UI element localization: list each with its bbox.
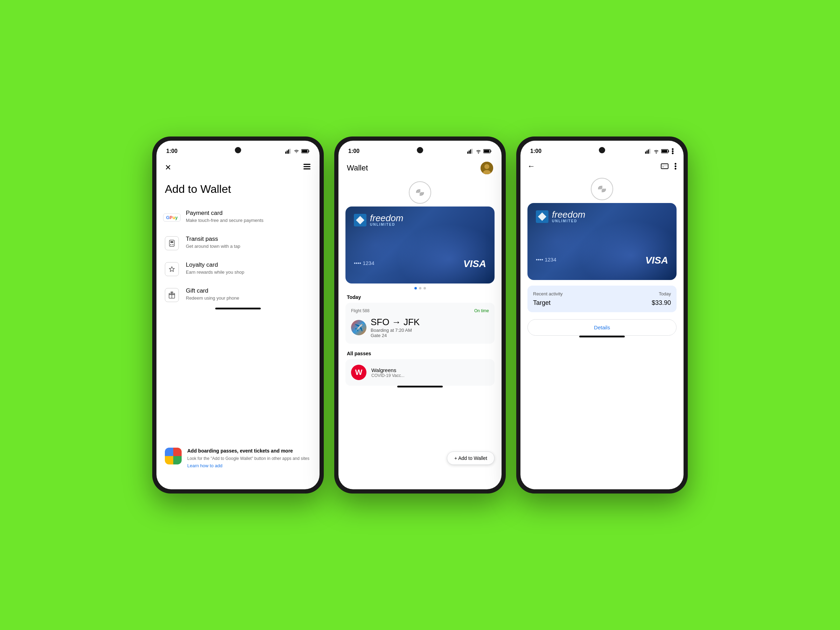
card-visa-2: VISA [463,258,486,270]
svg-rect-0 [285,152,286,154]
phone-card-detail: 1:00 [516,136,688,494]
phones-container: 1:00 [152,136,688,494]
battery-icon [302,149,310,154]
freedom-text-3: freedom UNLIMITED [552,210,585,223]
home-indicator-2 [397,386,443,387]
detail-header: ← [521,158,684,174]
svg-point-36 [672,148,674,150]
add-to-wallet-button[interactable]: + Add to Wallet [447,452,494,465]
payment-card-option[interactable]: GPay Payment card Make touch-free and se… [156,204,319,230]
nfc-icon-container [338,178,502,207]
menu-button[interactable] [303,163,311,173]
card-icon[interactable] [660,162,669,171]
flight-header: Flight 588 On time [351,308,489,313]
walgreens-text: Walgreens COVID-19 Vacc... [371,367,404,378]
promo-text: Add boarding passes, event tickets and m… [187,448,309,468]
wifi-icon-3 [654,149,659,154]
nfc-icon [409,181,431,204]
wifi-icon [294,149,299,154]
svg-rect-22 [491,150,491,152]
svg-rect-28 [645,152,646,154]
card-brand-3: freedom UNLIMITED [536,210,668,223]
svg-rect-40 [661,165,668,166]
svg-rect-30 [648,150,649,154]
svg-marker-27 [356,216,364,224]
overflow-menu-icon[interactable] [674,162,677,171]
transit-icon [165,236,179,250]
chase-logo-3 [536,210,548,223]
walgreens-icon: W [351,365,366,380]
svg-rect-3 [289,149,291,154]
svg-rect-34 [668,150,669,152]
wallet-header: Wallet [338,158,502,178]
svg-rect-41 [662,167,664,167]
home-indicator-3 [579,336,625,337]
gpay-icon: GPay [165,210,179,224]
svg-rect-8 [303,166,311,167]
svg-point-38 [672,153,674,154]
all-passes-label: All passes [338,348,502,359]
phone-notch [235,147,241,153]
svg-point-44 [675,168,677,170]
detail-header-icons [660,162,677,171]
svg-point-37 [672,150,674,152]
signal-icon-3 [645,149,651,154]
recent-activity: Recent activity Today Target $33.90 [527,286,677,312]
home-indicator-1 [215,308,261,309]
gift-icon [165,288,179,302]
credit-card-2[interactable]: freedom UNLIMITED •••• 1234 VISA [346,207,494,284]
transit-pass-option[interactable]: Transit pass Get around town with a tap [156,230,319,256]
credit-card-3[interactable]: freedom UNLIMITED •••• 1234 VISA [527,203,677,280]
svg-point-32 [656,153,657,154]
back-button[interactable]: ← [527,162,535,171]
svg-rect-9 [303,168,311,169]
phone-notch-3 [599,147,605,153]
today-label: Today [338,289,502,303]
learn-how-link[interactable]: Learn how to add [187,463,309,468]
card-number-2: •••• 1234 [354,260,374,266]
signal-icon [285,149,292,154]
flight-info: SFO → JFK Boarding at 7:20 AM Gate 24 [371,317,420,338]
dot-active [414,287,417,289]
svg-rect-17 [469,150,470,154]
phone-add-to-wallet: 1:00 [152,136,324,494]
add-wallet-header: ✕ [156,158,319,177]
card-brand-2: freedom UNLIMITED [354,213,486,226]
svg-rect-23 [484,150,489,153]
wifi-icon-2 [476,149,481,154]
signal-icon-2 [467,149,474,154]
svg-point-20 [478,153,479,154]
svg-rect-29 [646,150,647,154]
status-time-2: 1:00 [348,148,360,154]
promo-icon [165,448,182,464]
svg-rect-1 [287,150,288,154]
dot-2 [423,287,426,289]
svg-rect-6 [302,150,308,153]
svg-rect-11 [171,241,173,243]
svg-point-42 [675,163,677,165]
card-number-3: •••• 1234 [536,257,556,262]
svg-rect-18 [470,150,471,154]
svg-rect-2 [288,150,289,154]
svg-rect-7 [303,164,311,165]
chase-logo-2 [354,214,366,226]
flight-card[interactable]: Flight 588 On time ✈️ SFO → JFK Boarding… [346,303,494,344]
svg-rect-5 [309,150,309,152]
loyalty-card-option[interactable]: Loyalty card Earn rewards while you shop [156,256,319,282]
gift-card-option[interactable]: Gift card Redeem using your phone [156,282,319,308]
flight-main: ✈️ SFO → JFK Boarding at 7:20 AM Gate 24 [351,317,489,338]
loyalty-icon [165,262,179,276]
dot-1 [419,287,422,289]
svg-rect-35 [662,150,668,153]
close-button[interactable]: ✕ [165,163,171,172]
phone-wallet-main: 1:00 [334,136,506,494]
payment-card-text: Payment card Make touch-free and secure … [186,210,264,223]
svg-rect-10 [169,240,174,246]
details-button[interactable]: Details [527,319,677,336]
loyalty-card-text: Loyalty card Earn rewards while you shop [186,261,244,275]
phone-notch-2 [417,147,423,153]
status-icons-2 [467,149,492,154]
walgreens-card[interactable]: W Walgreens COVID-19 Vacc... [346,359,494,386]
svg-point-12 [171,244,172,245]
user-avatar[interactable] [480,162,493,174]
